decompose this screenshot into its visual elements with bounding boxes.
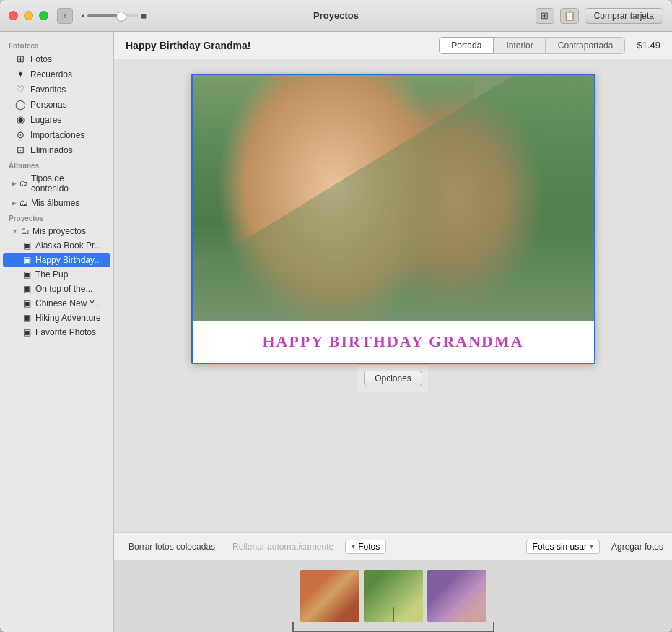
add-photos-button[interactable]: Agregar fotos bbox=[611, 542, 663, 552]
sidebar-item-tipos[interactable]: ▶ 🗂 Tipos de contenido bbox=[3, 171, 110, 196]
sidebar-item-importaciones[interactable]: ⊙ Importaciones bbox=[3, 127, 110, 142]
options-bar: Opciones bbox=[358, 364, 428, 392]
projects-section-title: Proyectos bbox=[0, 210, 113, 224]
zoom-slider[interactable] bbox=[87, 14, 138, 17]
photo-strip bbox=[114, 560, 672, 632]
minimize-button[interactable] bbox=[24, 11, 33, 20]
clear-photos-button[interactable]: Borrar fotos colocadas bbox=[123, 540, 221, 553]
photos-icon: ⊞ bbox=[14, 53, 26, 64]
sidebar-item-recuerdos[interactable]: ✦ Recuerdos bbox=[3, 66, 110, 82]
content-header: Happy Birthday Grandma! Portada Interior… bbox=[114, 32, 672, 59]
sidebar-item-label: Favorite Photos bbox=[35, 327, 96, 337]
unused-photos-select[interactable]: Fotos sin usar ▾ bbox=[526, 540, 600, 554]
sidebar-item-label: Mis proyectos bbox=[32, 226, 86, 236]
greeting-card[interactable]: HAPPY BIRTHDAY GRANDMA bbox=[191, 74, 595, 364]
grid-icon: ⊞ bbox=[541, 10, 549, 21]
card-text: HAPPY BIRTHDAY GRANDMA bbox=[193, 321, 594, 363]
card-icon: ▣ bbox=[23, 284, 31, 294]
strip-bracket bbox=[292, 622, 494, 632]
main-area: Fototeca ⊞ Fotos ✦ Recuerdos ♡ Favoritos… bbox=[0, 32, 672, 632]
tab-portada[interactable]: Portada bbox=[439, 37, 494, 54]
zoom-out-icon: ▪ bbox=[82, 12, 84, 20]
background-greenery bbox=[193, 75, 594, 321]
people-icon: ◯ bbox=[14, 99, 26, 110]
trash-icon: ⊡ bbox=[14, 144, 26, 155]
card-photo[interactable] bbox=[193, 75, 594, 321]
fill-auto-button: Rellenar automáticamente bbox=[227, 540, 339, 553]
sidebar-item-happy-birthday[interactable]: ▣ Happy Birthday... bbox=[3, 253, 110, 267]
sidebar-item-favoritos[interactable]: ♡ Favoritos bbox=[3, 82, 110, 97]
sidebar: Fototeca ⊞ Fotos ✦ Recuerdos ♡ Favoritos… bbox=[0, 32, 114, 632]
chevron-right-icon: ▶ bbox=[12, 199, 17, 207]
sidebar-item-fotos[interactable]: ⊞ Fotos bbox=[3, 51, 110, 66]
strip-photo-3[interactable] bbox=[427, 570, 486, 622]
sidebar-item-hiking[interactable]: ▣ Hiking Adventure bbox=[3, 311, 110, 325]
back-button[interactable]: ‹ bbox=[57, 8, 73, 24]
library-section-title: Fototeca bbox=[0, 38, 113, 51]
strip-pointer bbox=[393, 607, 394, 622]
window-title: Proyectos bbox=[313, 10, 359, 21]
heart-icon: ♡ bbox=[14, 84, 26, 95]
buy-card-button[interactable]: Comprar tarjeta bbox=[585, 8, 663, 24]
sidebar-item-label: The Pup bbox=[35, 269, 68, 280]
imports-icon: ⊙ bbox=[14, 129, 26, 140]
sidebar-item-label: Lugares bbox=[30, 115, 61, 125]
sidebar-item-alaska[interactable]: ▣ Alaska Book Pr... bbox=[3, 238, 110, 253]
sidebar-item-label: Chinese New Y... bbox=[35, 298, 101, 308]
sidebar-item-mis-proyectos[interactable]: ▼ 🗂 Mis proyectos bbox=[3, 224, 110, 238]
folder-icon: 🗂 bbox=[19, 178, 28, 189]
sidebar-item-label: Happy Birthday... bbox=[35, 255, 101, 265]
sidebar-item-label: Importaciones bbox=[30, 130, 84, 140]
sidebar-item-the-pup[interactable]: ▣ The Pup bbox=[3, 267, 110, 282]
tab-interior[interactable]: Interior bbox=[494, 37, 545, 54]
sidebar-item-eliminados[interactable]: ⊡ Eliminados bbox=[3, 142, 110, 157]
photos-dropdown-label: Fotos bbox=[358, 542, 380, 552]
view-toggle-button[interactable]: ⊞ bbox=[536, 8, 554, 24]
sidebar-item-mis-albumes[interactable]: ▶ 🗂 Mis álbumes bbox=[3, 196, 110, 210]
sidebar-item-label: Tipos de contenido bbox=[31, 173, 102, 194]
sidebar-item-label: Favoritos bbox=[30, 85, 66, 95]
card-area[interactable]: HAPPY BIRTHDAY GRANDMA Opciones bbox=[114, 59, 672, 532]
sidebar-item-label: Hiking Adventure bbox=[35, 313, 101, 323]
card-icon: ▣ bbox=[23, 298, 31, 308]
sidebar-item-lugares[interactable]: ◉ Lugares bbox=[3, 112, 110, 127]
options-button[interactable]: Opciones bbox=[364, 371, 422, 386]
photos-dropdown[interactable]: ▾ Fotos bbox=[345, 540, 386, 554]
sidebar-item-label: Mis álbumes bbox=[31, 198, 79, 208]
chevron-down-icon: ▼ bbox=[12, 228, 18, 235]
card-icon: ▣ bbox=[23, 327, 31, 337]
maximize-button[interactable] bbox=[39, 11, 48, 20]
sidebar-item-label: Eliminados bbox=[30, 145, 73, 155]
memories-icon: ✦ bbox=[14, 69, 26, 79]
unused-photos-label: Fotos sin usar bbox=[533, 542, 587, 552]
albums-section-title: Álbumes bbox=[0, 157, 113, 171]
bottom-toolbar: Borrar fotos colocadas Rellenar automáti… bbox=[114, 532, 672, 560]
share-button[interactable]: 📋 bbox=[560, 8, 579, 24]
chevron-right-icon: ▶ bbox=[12, 180, 17, 187]
card-caption: HAPPY BIRTHDAY GRANDMA bbox=[204, 332, 582, 351]
dropdown-arrow-icon: ▾ bbox=[352, 542, 355, 550]
sidebar-item-personas[interactable]: ◯ Personas bbox=[3, 97, 110, 112]
share-icon: 📋 bbox=[564, 10, 575, 21]
card-icon: ▣ bbox=[23, 313, 31, 323]
sidebar-item-chinese-new[interactable]: ▣ Chinese New Y... bbox=[3, 296, 110, 311]
chevron-left-icon: ‹ bbox=[64, 11, 66, 21]
card-icon: ▣ bbox=[23, 269, 31, 280]
card-icon: ▣ bbox=[23, 255, 31, 265]
folder-icon: 🗂 bbox=[19, 198, 28, 208]
sidebar-item-label: Fotos bbox=[30, 54, 52, 64]
sidebar-item-favorite-photos[interactable]: ▣ Favorite Photos bbox=[3, 325, 110, 339]
titlebar: ‹ ▪ ◼ Proyectos ⊞ 📋 Comprar tarjeta bbox=[0, 0, 672, 32]
project-title: Happy Birthday Grandma! bbox=[126, 40, 439, 51]
sidebar-item-label: On top of the... bbox=[35, 284, 92, 294]
sidebar-item-label: Personas bbox=[30, 100, 67, 110]
sidebar-item-on-top[interactable]: ▣ On top of the... bbox=[3, 282, 110, 296]
tab-contraportada[interactable]: Contraportada bbox=[546, 37, 626, 54]
select-arrow-icon: ▾ bbox=[590, 542, 593, 550]
strip-photo-1[interactable] bbox=[300, 570, 359, 622]
traffic-lights bbox=[9, 11, 48, 20]
close-button[interactable] bbox=[9, 11, 18, 20]
zoom-controls: ▪ ◼ bbox=[82, 12, 147, 20]
book-icon: ▣ bbox=[23, 241, 31, 251]
sidebar-item-label: Alaska Book Pr... bbox=[35, 241, 101, 251]
